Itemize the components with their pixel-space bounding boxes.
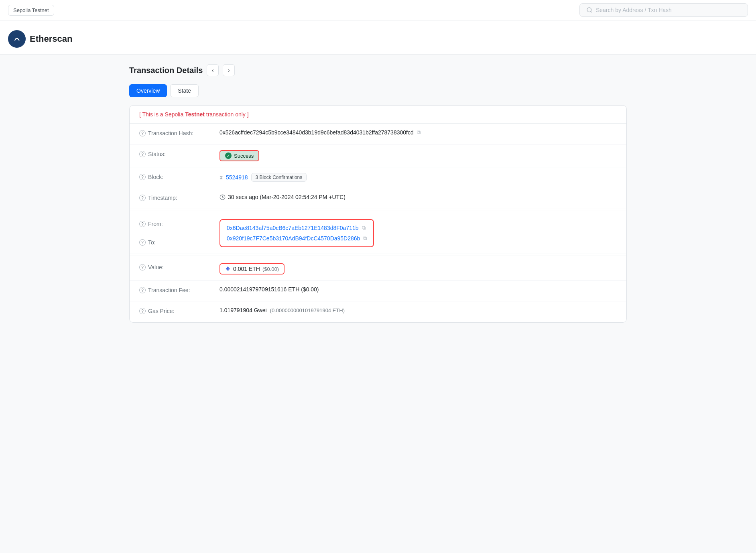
txhash-row: ? Transaction Hash: 0x526acffdec7294c5b9… bbox=[130, 124, 626, 144]
txhash-value: 0x526acffdec7294c5b9cce34840d3b19d9c6bef… bbox=[219, 129, 617, 136]
logo-area: Etherscan bbox=[8, 27, 748, 54]
svg-marker-6 bbox=[226, 266, 228, 270]
to-help-icon[interactable]: ? bbox=[139, 239, 146, 246]
from-copy-icon[interactable]: ⧉ bbox=[362, 225, 366, 231]
value-badge: 0.001 ETH ($0.00) bbox=[219, 263, 285, 274]
timestamp-row: ? Timestamp: 30 secs ago (Mar-20-2024 02… bbox=[130, 188, 626, 209]
search-placeholder: Search by Address / Txn Hash bbox=[596, 7, 672, 13]
section-divider bbox=[130, 211, 626, 211]
tabs: Overview State bbox=[129, 84, 627, 97]
timestamp-help-icon[interactable]: ? bbox=[139, 195, 146, 201]
txhash-help-icon[interactable]: ? bbox=[139, 130, 146, 136]
from-to-row: ? From: ? To: 0x6Dae8143af75a0cB6c7aEb12… bbox=[130, 213, 626, 254]
gas-eth-text: (0.0000000001019791904 ETH) bbox=[270, 307, 345, 313]
value-row: ? Value: 0.001 ETH ($0.00) bbox=[130, 258, 626, 281]
fee-help-icon[interactable]: ? bbox=[139, 287, 146, 293]
search-bar[interactable]: Search by Address / Txn Hash bbox=[579, 3, 748, 17]
value-usd: ($0.00) bbox=[262, 266, 279, 272]
eth-icon bbox=[225, 266, 231, 272]
notice-suffix: transaction only ] bbox=[205, 111, 249, 118]
logo-text: Etherscan bbox=[30, 34, 72, 44]
value-help-icon[interactable]: ? bbox=[139, 264, 146, 270]
fee-value: 0.00002141979709151616 ETH ($0.00) bbox=[219, 286, 617, 293]
to-copy-icon[interactable]: ⧉ bbox=[363, 235, 367, 242]
txhash-text: 0x526acffdec7294c5b9cce34840d3b19d9c6bef… bbox=[219, 129, 414, 136]
block-label: ? Block: bbox=[139, 173, 219, 180]
txhash-copy-icon[interactable]: ⧉ bbox=[417, 129, 421, 136]
status-check-icon: ✓ bbox=[225, 152, 232, 159]
tab-state[interactable]: State bbox=[170, 84, 199, 97]
fee-text: 0.00002141979709151616 ETH ($0.00) bbox=[219, 286, 319, 293]
status-badge: ✓ Success bbox=[219, 150, 259, 161]
from-address-link[interactable]: 0x6Dae8143af75a0cB6c7aEb1271E1483d8F0a71… bbox=[227, 225, 359, 231]
testnet-notice: [ This is a Sepolia Testnet transaction … bbox=[130, 106, 626, 124]
from-label: ? From: bbox=[139, 220, 219, 227]
status-value: ✓ Success bbox=[219, 150, 617, 161]
main-content: Transaction Details ‹ › Overview State [… bbox=[121, 55, 635, 332]
to-address-link[interactable]: 0x920f19c7F7Ce5b3170AdB94fDcC4570Da95D28… bbox=[227, 235, 360, 242]
gas-value: 1.019791904 Gwei (0.0000000001019791904 … bbox=[219, 307, 617, 313]
timestamp-value: 30 secs ago (Mar-20-2024 02:54:24 PM +UT… bbox=[219, 194, 617, 200]
search-icon bbox=[586, 7, 593, 13]
block-help-icon[interactable]: ? bbox=[139, 174, 146, 180]
clock-icon bbox=[219, 194, 226, 200]
tab-overview[interactable]: Overview bbox=[129, 84, 167, 97]
svg-line-1 bbox=[591, 11, 592, 12]
fee-row: ? Transaction Fee: 0.0000214197970915161… bbox=[130, 281, 626, 301]
gas-label: ? Gas Price: bbox=[139, 307, 219, 314]
from-address-row: 0x6Dae8143af75a0cB6c7aEb1271E1483d8F0a71… bbox=[227, 225, 367, 231]
notice-prefix: [ This is a Sepolia bbox=[139, 111, 185, 118]
value-eth: 0.001 ETH bbox=[233, 266, 260, 272]
address-group: 0x6Dae8143af75a0cB6c7aEb1271E1483d8F0a71… bbox=[219, 219, 374, 247]
timestamp-label: ? Timestamp: bbox=[139, 194, 219, 201]
svg-point-0 bbox=[587, 8, 591, 12]
to-label: ? To: bbox=[139, 238, 219, 246]
transaction-card: [ This is a Sepolia Testnet transaction … bbox=[129, 105, 627, 323]
gas-help-icon[interactable]: ? bbox=[139, 308, 146, 314]
block-number-link[interactable]: 5524918 bbox=[226, 174, 248, 181]
topbar: Sepolia Testnet Search by Address / Txn … bbox=[0, 0, 756, 20]
value-amount: 0.001 ETH ($0.00) bbox=[219, 263, 617, 274]
fee-label: ? Transaction Fee: bbox=[139, 286, 219, 293]
block-row: ? Block: ⧗ 5524918 3 Block Confirmations bbox=[130, 167, 626, 188]
page-title-row: Transaction Details ‹ › bbox=[129, 64, 627, 76]
status-text: Success bbox=[234, 153, 254, 159]
header: Etherscan bbox=[0, 20, 756, 55]
page-title: Transaction Details bbox=[129, 66, 203, 75]
next-nav-button[interactable]: › bbox=[223, 64, 235, 76]
to-address-row: 0x920f19c7F7Ce5b3170AdB94fDcC4570Da95D28… bbox=[227, 235, 367, 242]
confirmations-badge: 3 Block Confirmations bbox=[251, 173, 307, 182]
status-label: ? Status: bbox=[139, 150, 219, 157]
section-divider-2 bbox=[130, 256, 626, 256]
gas-row: ? Gas Price: 1.019791904 Gwei (0.0000000… bbox=[130, 301, 626, 322]
gas-gwei: 1.019791904 Gwei bbox=[219, 307, 267, 313]
value-label: ? Value: bbox=[139, 263, 219, 270]
timestamp-text: 30 secs ago (Mar-20-2024 02:54:24 PM +UT… bbox=[228, 194, 345, 200]
network-badge-button[interactable]: Sepolia Testnet bbox=[8, 5, 54, 16]
hourglass-icon: ⧗ bbox=[219, 175, 223, 180]
block-value: ⧗ 5524918 3 Block Confirmations bbox=[219, 173, 617, 182]
logo-icon bbox=[8, 30, 26, 48]
notice-bold: Testnet bbox=[185, 111, 205, 118]
from-help-icon[interactable]: ? bbox=[139, 221, 146, 227]
from-to-values: 0x6Dae8143af75a0cB6c7aEb1271E1483d8F0a71… bbox=[219, 219, 617, 247]
txhash-label: ? Transaction Hash: bbox=[139, 129, 219, 136]
prev-nav-button[interactable]: ‹ bbox=[207, 64, 219, 76]
status-row: ? Status: ✓ Success bbox=[130, 144, 626, 167]
status-help-icon[interactable]: ? bbox=[139, 151, 146, 157]
